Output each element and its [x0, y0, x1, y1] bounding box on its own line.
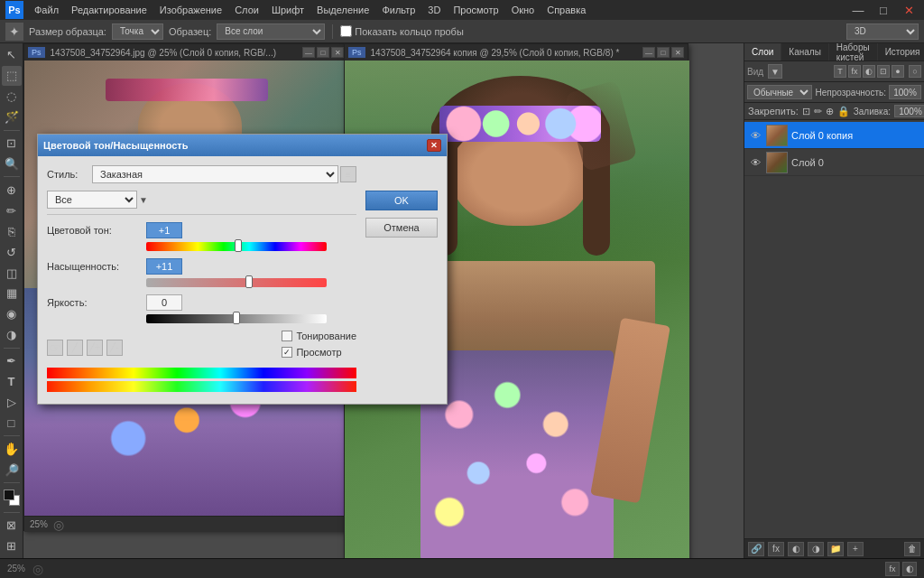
menu-edit[interactable]: Редактирование	[66, 3, 152, 17]
menu-file[interactable]: Файл	[29, 3, 64, 17]
tab-brushes[interactable]: Наборы кистей	[829, 43, 878, 61]
brush-tool[interactable]: ✏	[2, 200, 22, 220]
channel-select[interactable]: Все	[47, 191, 137, 209]
preview-checkbox[interactable]: ✓	[282, 347, 292, 358]
close-app-btn[interactable]: ✕	[899, 0, 919, 20]
layer-filter-smart[interactable]: ⊡	[877, 65, 890, 78]
layer-visibility-orig[interactable]: 👁	[748, 155, 762, 170]
opacity-input[interactable]: 100%	[889, 85, 921, 99]
restore-app-btn[interactable]: □	[873, 0, 893, 20]
hue-slider-track[interactable]	[146, 242, 327, 251]
tab-channels[interactable]: Каналы	[781, 43, 829, 61]
delete-layer-btn[interactable]: 🗑	[904, 542, 920, 556]
layer-filter-adj[interactable]: ◐	[863, 65, 875, 78]
menu-filter[interactable]: Фильтр	[376, 3, 420, 17]
shape-tool[interactable]: □	[2, 413, 22, 433]
menu-help[interactable]: Справка	[541, 3, 591, 17]
sample-select[interactable]: Все слои	[217, 23, 325, 40]
style-icon-btn[interactable]: ≡	[340, 166, 356, 182]
history-brush-tool[interactable]: ↺	[2, 242, 22, 262]
bright-slider-thumb[interactable]	[233, 312, 240, 324]
layer-filter-toggle[interactable]: ○	[909, 65, 921, 78]
lock-position-icon[interactable]: ⊕	[826, 106, 834, 117]
lock-transparent-icon[interactable]: ⊡	[802, 106, 810, 117]
dodge-tool[interactable]: ◑	[2, 325, 22, 345]
doc-minimize-btn-1[interactable]: —	[302, 47, 315, 58]
menu-layers[interactable]: Слои	[229, 3, 264, 17]
dialog-cancel-btn[interactable]: Отмена	[365, 218, 438, 238]
dropper-plus-icon[interactable]: ╱+	[87, 340, 103, 356]
hand-tool[interactable]: ✋	[2, 439, 22, 459]
lock-all-icon[interactable]: 🔒	[837, 106, 850, 117]
show-ring-checkbox[interactable]	[340, 25, 352, 37]
magic-wand-tool[interactable]: 🪄	[2, 107, 22, 127]
lock-pixels-icon[interactable]: ✏	[814, 106, 822, 117]
layer-item-orig[interactable]: 👁 Слой 0	[744, 149, 924, 176]
healing-tool[interactable]: ⊕	[2, 180, 22, 200]
fill-input[interactable]: 100%	[894, 105, 924, 117]
blur-tool[interactable]: ◉	[2, 304, 22, 324]
doc-restore-btn-2[interactable]: □	[657, 47, 670, 58]
layer-group-btn[interactable]: 📁	[827, 542, 844, 556]
layer-filter-fx[interactable]: fx	[848, 65, 861, 78]
screen-mode-tool[interactable]: ⊞	[2, 536, 22, 556]
doc-close-btn-2[interactable]: ✕	[671, 47, 684, 58]
gradient-tool[interactable]: ▦	[2, 284, 22, 303]
crop-tool[interactable]: ⊡	[2, 134, 22, 154]
eyedropper-tool[interactable]: 🔍	[2, 154, 22, 174]
menu-view[interactable]: Просмотр	[448, 3, 504, 17]
menu-select[interactable]: Выделение	[311, 3, 374, 17]
size-select[interactable]: Точка	[112, 23, 163, 40]
zoom-tool[interactable]: 🔎	[2, 460, 22, 480]
color-swatch[interactable]	[2, 488, 22, 508]
sat-slider-track[interactable]	[146, 278, 327, 287]
bright-value[interactable]: 0	[146, 294, 182, 311]
blend-mode-select[interactable]: Обычные	[747, 85, 812, 99]
path-select-tool[interactable]: ▷	[2, 393, 22, 413]
style-select[interactable]: Заказная	[92, 165, 338, 183]
bright-slider-track[interactable]	[146, 314, 327, 323]
tab-layers[interactable]: Слои	[744, 43, 781, 61]
quick-mask-tool[interactable]: ⊠	[2, 516, 22, 536]
doc-restore-btn-1[interactable]: □	[317, 47, 329, 58]
sat-value[interactable]: +11	[146, 258, 182, 275]
layer-style-btn[interactable]: fx	[768, 542, 784, 556]
dropper-minus-icon[interactable]: ╱-	[106, 340, 123, 356]
layer-item-copy[interactable]: 👁 Слой 0 копия	[744, 122, 924, 149]
layer-visibility-copy[interactable]: 👁	[748, 128, 762, 143]
dialog-ok-btn[interactable]: OK	[365, 191, 438, 210]
3d-select[interactable]: 3D	[846, 23, 919, 40]
sat-slider-thumb[interactable]	[245, 275, 253, 288]
doc-titlebar-2[interactable]: Ps 1437508_34752964 копия @ 29,5% (Слой …	[345, 44, 688, 61]
new-layer-btn[interactable]: +	[847, 542, 864, 556]
menu-window[interactable]: Окно	[506, 3, 541, 17]
marquee-tool[interactable]: ⬚	[2, 66, 22, 86]
doc-minimize-btn-2[interactable]: —	[642, 47, 655, 58]
menu-3d[interactable]: 3D	[422, 3, 446, 17]
minimize-app-btn[interactable]: —	[848, 0, 868, 20]
search-type-dropdown[interactable]: ▼	[768, 64, 782, 79]
adjustment-layer-btn[interactable]: ◑	[808, 542, 824, 556]
bottom-mask-btn[interactable]: ◐	[902, 562, 917, 576]
doc-titlebar-1[interactable]: Ps 1437508_34752964.jpg @ 25% (Слой 0 ко…	[24, 44, 347, 61]
move-tool[interactable]: ↖	[2, 45, 22, 65]
colorize-checkbox[interactable]	[282, 331, 292, 341]
pen-tool[interactable]: ✒	[2, 351, 22, 371]
hue-value[interactable]: +1	[146, 222, 182, 238]
eraser-tool[interactable]: ◫	[2, 263, 22, 283]
type-tool[interactable]: T	[2, 372, 22, 392]
dropper-tool-icon[interactable]: ╱	[67, 340, 83, 356]
hue-slider-thumb[interactable]	[235, 239, 242, 252]
doc-close-btn-1[interactable]: ✕	[331, 47, 344, 58]
dialog-close-btn[interactable]: ✕	[427, 139, 441, 152]
tab-history[interactable]: История	[878, 43, 924, 61]
layer-filter-t[interactable]: T	[834, 65, 846, 78]
lasso-tool[interactable]: ◌	[2, 87, 22, 107]
clone-tool[interactable]: ⎘	[2, 221, 22, 241]
link-layers-btn[interactable]: 🔗	[748, 542, 764, 556]
menu-font[interactable]: Шрифт	[266, 3, 310, 17]
menu-image[interactable]: Изображение	[154, 3, 227, 17]
dialog-titlebar[interactable]: Цветовой тон/Насыщенность ✕	[38, 135, 447, 156]
show-ring-label[interactable]: Показать кольцо пробы	[340, 25, 464, 37]
layer-mask-btn[interactable]: ◐	[788, 542, 804, 556]
